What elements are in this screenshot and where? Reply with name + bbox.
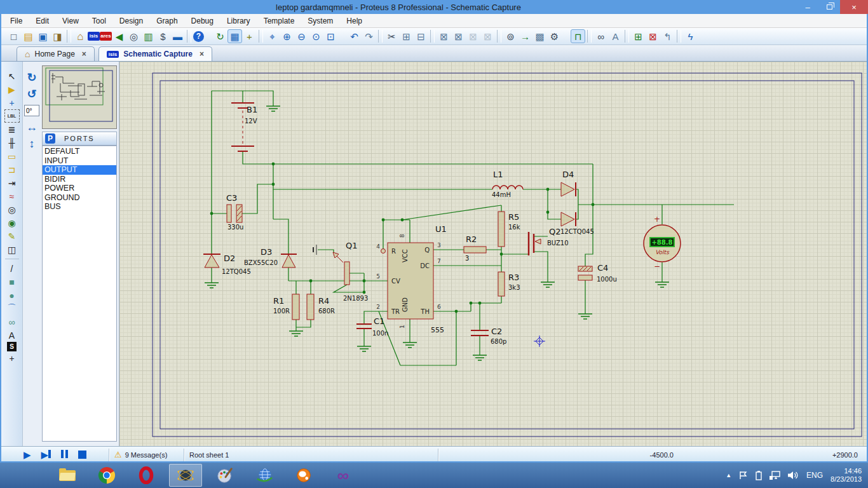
goto-sheet-icon[interactable]: ↰ (660, 29, 675, 43)
port-type-item[interactable]: GROUND (43, 193, 116, 203)
cut-icon[interactable]: ✂ (384, 29, 399, 43)
pause-button[interactable] (61, 450, 68, 459)
port-type-item[interactable]: BIDIR (43, 175, 116, 184)
taskbar-gom-player-icon[interactable] (287, 464, 320, 487)
ruler-icon[interactable]: ▬ (170, 29, 185, 43)
menu-item[interactable]: Library (227, 17, 250, 25)
component-cap-c1[interactable] (356, 324, 372, 329)
junction-dot-icon[interactable]: + (4, 96, 20, 109)
taskbar-explorer-icon[interactable] (51, 464, 84, 487)
remove-sheet-icon[interactable]: ⊠ (646, 29, 660, 43)
clock[interactable]: 14:46 8/23/2013 (831, 467, 862, 484)
text-2d-icon[interactable]: A (4, 329, 20, 342)
new-sheet-icon[interactable]: ⊞ (631, 29, 646, 43)
taskbar-proteus-icon[interactable] (169, 464, 202, 487)
show-hidden-icons[interactable]: ▲ (726, 472, 731, 478)
mirror-vertical-icon[interactable]: ↕ (29, 138, 35, 149)
undo-icon[interactable]: ↶ (347, 29, 362, 43)
bill-of-materials-icon[interactable]: $ (156, 29, 170, 43)
virtual-instruments-icon[interactable]: ◫ (4, 243, 20, 256)
port-type-item[interactable]: DEFAULT (43, 147, 116, 156)
home-icon[interactable]: ⌂ (73, 29, 88, 43)
find-component-icon[interactable]: ⊚ (503, 29, 518, 43)
rotate-cw-icon[interactable]: ↻ (27, 72, 36, 83)
generator-icon[interactable]: ◉ (4, 216, 20, 229)
menu-item[interactable]: File (10, 17, 22, 25)
menu-item[interactable]: Graph (156, 17, 177, 25)
menu-item[interactable]: System (308, 17, 333, 25)
component-diode-d4[interactable] (561, 182, 576, 226)
wrench-icon[interactable]: ⚙ (547, 29, 562, 43)
component-resistor-r5[interactable] (498, 212, 505, 247)
component-resistor-r4[interactable] (307, 294, 314, 320)
ares-module-icon[interactable]: ares (100, 32, 112, 41)
paste-icon[interactable]: ⊟ (414, 29, 428, 43)
zoom-in-icon[interactable]: ⊕ (280, 29, 294, 43)
import-design-icon[interactable]: ◨ (50, 29, 65, 43)
graph-mode-icon[interactable]: ≈ (4, 189, 20, 203)
grid-toggle-icon[interactable]: ▦ (227, 29, 242, 43)
component-cap-c3[interactable] (227, 205, 242, 222)
action-center-flag-icon[interactable] (739, 471, 748, 480)
electrical-check-icon[interactable]: ϟ (683, 29, 698, 43)
menu-item[interactable]: View (62, 17, 79, 25)
component-cap-c4[interactable] (578, 266, 592, 280)
battery-icon[interactable] (756, 471, 762, 480)
line-2d-icon[interactable]: / (4, 262, 20, 275)
schematic-preview[interactable] (42, 65, 117, 129)
minimize-button[interactable]: – (797, 0, 818, 14)
component-mode-icon[interactable]: ▶ (4, 83, 20, 96)
help-icon[interactable]: ? (193, 31, 204, 42)
port-type-item[interactable]: INPUT (43, 156, 116, 166)
redo-icon[interactable]: ↷ (362, 29, 376, 43)
block-move-icon[interactable]: ⊠ (451, 29, 466, 43)
menu-item[interactable]: Edit (36, 17, 49, 25)
play-button[interactable]: ▶ (24, 449, 31, 461)
rotation-angle-field[interactable] (24, 105, 39, 116)
wire-label-icon[interactable]: LBL (4, 109, 20, 123)
design-explorer-icon[interactable]: ◎ (126, 29, 141, 43)
step-button[interactable]: ▶ (41, 449, 51, 461)
component-inductor-l1[interactable] (492, 186, 523, 189)
subcircuit-icon[interactable]: ▭ (4, 149, 20, 163)
message-indicator[interactable]: ⚠ 9 Message(s) (109, 449, 184, 461)
new-design-icon[interactable]: □ (6, 29, 21, 43)
schematic-canvas[interactable]: B1 12V C3 330u D2 12TQ045 D3 (119, 62, 867, 446)
taskbar-internet-icon[interactable] (248, 464, 281, 487)
property-tool-icon[interactable]: → (518, 29, 532, 43)
component-resistor-r1[interactable] (292, 294, 299, 320)
tab-schematic-capture[interactable]: isis Schematic Capture × (98, 46, 212, 61)
taskbar-chrome-icon[interactable] (90, 464, 123, 487)
save-design-icon[interactable]: ▣ (36, 29, 50, 43)
stop-button[interactable] (78, 451, 86, 459)
component-cap-c2[interactable] (471, 330, 489, 336)
path-2d-icon[interactable]: ∞ (4, 315, 20, 329)
taskbar-paint-icon[interactable] (208, 464, 241, 487)
component-resistor-r2[interactable] (464, 247, 486, 253)
symbol-2d-icon[interactable]: S (7, 342, 17, 351)
block-delete-icon[interactable]: ⊠ (480, 29, 495, 43)
tape-recorder-icon[interactable]: ◎ (4, 203, 20, 216)
terminal-icon[interactable]: ⊐ (4, 163, 20, 176)
mirror-horizontal-icon[interactable]: ↔ (26, 121, 37, 133)
package-tool-icon[interactable]: ▩ (532, 29, 547, 43)
language-indicator[interactable]: ENG (806, 471, 823, 480)
tab-home-page[interactable]: ⌂ Home Page × (17, 46, 95, 61)
export-icon[interactable]: ◀ (112, 29, 126, 43)
component-resistor-r3[interactable] (498, 272, 505, 296)
property-assignment-icon[interactable]: A (608, 29, 623, 43)
taskbar-visual-studio-icon[interactable]: ∞ (327, 464, 360, 487)
port-type-item[interactable]: OUTPUT (43, 165, 116, 175)
isis-module-icon[interactable]: isis (88, 32, 100, 41)
box-2d-icon[interactable]: ■ (4, 275, 20, 288)
marker-2d-icon[interactable]: + (4, 351, 20, 365)
component-diode-d2[interactable] (203, 254, 220, 268)
schematic-tab-close-icon[interactable]: × (200, 50, 204, 58)
buses-icon[interactable]: ╫ (4, 136, 20, 149)
circle-2d-icon[interactable]: ● (4, 288, 20, 302)
taskbar-opera-icon[interactable] (130, 464, 163, 487)
port-type-item[interactable]: POWER (43, 184, 116, 193)
menu-item[interactable]: Tool (92, 17, 106, 25)
origin-icon[interactable]: + (242, 29, 257, 43)
block-copy-icon[interactable]: ⊠ (437, 29, 451, 43)
